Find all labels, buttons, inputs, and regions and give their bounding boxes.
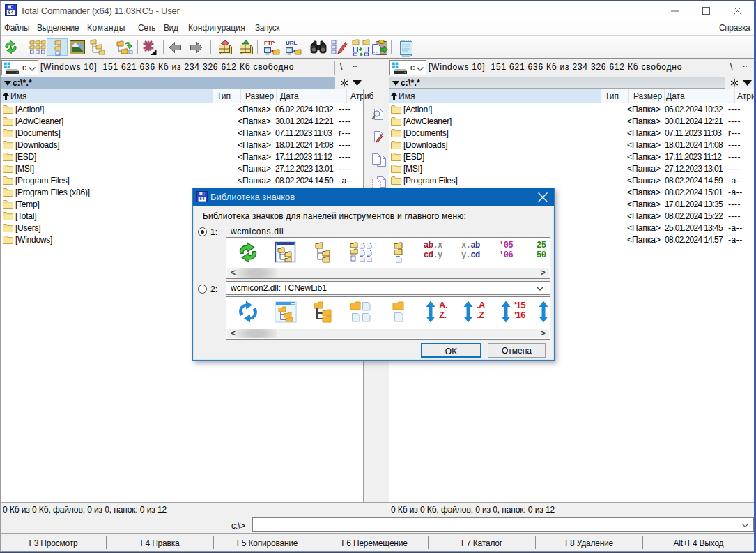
svg-text:URL: URL xyxy=(286,40,298,46)
svg-text:64: 64 xyxy=(8,10,14,15)
svg-text:64: 64 xyxy=(199,197,205,202)
svg-text:FTP: FTP xyxy=(264,40,275,46)
